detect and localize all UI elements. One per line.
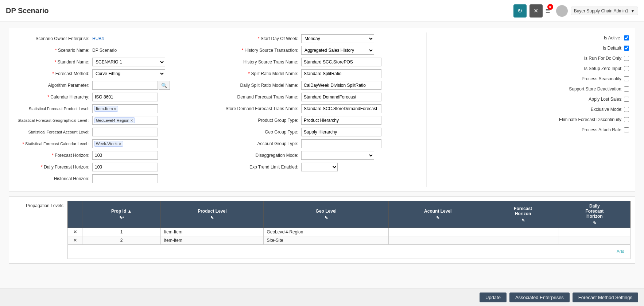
is-active-row: Is Active : xyxy=(432,34,629,42)
header: DP Scenario ↻ ✕ ≡ ★ Buyer Supply Chain A… xyxy=(0,0,644,22)
menu-icon[interactable]: ≡ ★ xyxy=(546,6,550,16)
account-group-type-input[interactable] xyxy=(301,139,381,148)
product-group-type-input[interactable] xyxy=(301,116,381,125)
user-avatar xyxy=(556,5,568,17)
stat-product-level-tag: Item-Item ✕ xyxy=(94,106,118,112)
geo-level-edit-icon[interactable]: ✎ xyxy=(325,216,328,220)
scenario-owner-row: Scenario Owner Enterprise: HUB4 xyxy=(12,34,215,43)
is-setup-zero-label: Is Setup Zero Input: xyxy=(584,66,622,71)
account-group-type-row: Account Group Type: xyxy=(221,139,423,148)
history-source-trans-select[interactable]: Aggregated Sales History xyxy=(301,46,374,55)
split-ratio-model-input[interactable] xyxy=(301,69,381,78)
exclusive-mode-label: Exclusive Mode: xyxy=(591,107,622,112)
start-day-select[interactable]: Monday xyxy=(301,34,374,43)
scenario-name-label: Scenario Name: xyxy=(12,48,92,53)
close-button[interactable]: ✕ xyxy=(529,4,543,18)
product-level-edit-icon[interactable]: ✎ xyxy=(210,216,214,220)
forecast-method-label: Forecast Method: xyxy=(12,71,92,76)
disaggregation-mode-select[interactable] xyxy=(301,151,374,160)
notification-badge: ★ xyxy=(547,4,553,10)
calendar-hierarchy-label: Calendar Hierarchy: xyxy=(12,94,92,100)
stat-geo-level-row: Statistical Forecast Geographical Level … xyxy=(12,116,215,125)
stat-product-level-taginput[interactable]: Item-Item ✕ xyxy=(92,104,158,113)
daily-split-ratio-label: Daily Split Ratio Model Name: xyxy=(221,83,301,88)
table-row: ✕ 1 Item-Item GeoLevel4-Region xyxy=(68,228,631,236)
stat-calendar-level-tag-remove[interactable]: ✕ xyxy=(119,142,121,146)
stat-geo-level-taginput[interactable]: GeoLevel4-Region ✕ xyxy=(92,116,158,125)
prop-id-edit-icon[interactable]: ✎* xyxy=(119,216,124,220)
add-row: Add xyxy=(68,245,631,259)
user-dropdown[interactable]: Buyer Supply Chain Admin1 ▼ xyxy=(571,7,638,15)
scenario-owner-label: Scenario Owner Enterprise: xyxy=(12,36,92,41)
daily-split-ratio-input[interactable] xyxy=(301,81,381,90)
form-panel: Scenario Owner Enterprise: HUB4 Scenario… xyxy=(9,28,635,192)
stat-product-level-label: Statistical Forecast Product Level: xyxy=(12,106,92,111)
is-setup-zero-checkbox[interactable] xyxy=(624,66,629,71)
product-group-type-label: Product Group Type: xyxy=(221,118,301,123)
history-source-trans-row: History Source Transaction: Aggregated S… xyxy=(221,46,423,55)
is-run-for-dc-checkbox[interactable] xyxy=(624,56,629,61)
exp-trend-limit-select[interactable] xyxy=(301,163,338,171)
forecast-horizon-edit-icon[interactable]: ✎ xyxy=(521,218,525,222)
apply-lost-sales-checkbox[interactable] xyxy=(624,97,629,102)
form-col-1: Scenario Owner Enterprise: HUB4 Scenario… xyxy=(9,32,218,187)
start-day-row: Start Day Of Week: Monday xyxy=(221,34,423,43)
store-demand-trans-label: Store Demand Forecast Trans Name: xyxy=(221,106,301,111)
daily-split-ratio-row: Daily Split Ratio Model Name: xyxy=(221,81,423,90)
store-demand-trans-row: Store Demand Forecast Trans Name: xyxy=(221,104,423,113)
table-row: ✕ 2 Item-Item Site-Site xyxy=(68,236,631,245)
forecast-method-row: Forecast Method: Curve Fitting xyxy=(12,69,215,78)
add-link[interactable]: Add xyxy=(71,247,627,256)
process-seasonality-row: Process Seasonality: xyxy=(432,75,629,83)
stat-geo-level-tag: GeoLevel4-Region ✕ xyxy=(94,117,135,123)
eliminate-forecast-checkbox[interactable] xyxy=(624,117,629,122)
daily-forecast-horizon-input[interactable] xyxy=(92,163,158,171)
forecast-horizon-input[interactable] xyxy=(92,151,158,160)
disaggregation-mode-row: Disaggregation Mode: xyxy=(221,151,423,160)
is-active-checkbox[interactable] xyxy=(624,35,629,40)
apply-lost-sales-row: Apply Lost Sales: xyxy=(432,95,629,103)
row2-product-level: Item-Item xyxy=(161,236,264,245)
header-actions: ↻ ✕ ≡ ★ Buyer Supply Chain Admin1 ▼ xyxy=(513,4,638,18)
exclusive-mode-checkbox[interactable] xyxy=(624,107,629,112)
is-run-for-dc-row: Is Run For Dc Only: xyxy=(432,54,629,62)
is-default-checkbox[interactable] xyxy=(624,46,629,51)
historical-horizon-input[interactable] xyxy=(92,174,158,183)
calendar-hierarchy-input[interactable] xyxy=(92,93,158,101)
refresh-button[interactable]: ↻ xyxy=(513,4,527,18)
stat-account-level-taginput[interactable] xyxy=(92,128,158,136)
disaggregation-mode-label: Disaggregation Mode: xyxy=(221,153,301,158)
stat-product-level-tag-remove[interactable]: ✕ xyxy=(113,107,116,111)
col-actions xyxy=(68,201,82,228)
process-attach-label: Process Attach Rate: xyxy=(582,127,622,132)
standard-name-select[interactable]: SCENARIO 1 xyxy=(92,58,165,66)
start-day-label: Start Day Of Week: xyxy=(221,36,301,41)
row1-delete-icon[interactable]: ✕ xyxy=(73,229,77,235)
daily-forecast-horizon-edit-icon[interactable]: ✎ xyxy=(593,221,596,225)
history-source-trans-name-input[interactable] xyxy=(301,58,381,66)
stat-geo-level-tag-remove[interactable]: ✕ xyxy=(130,119,133,123)
process-seasonality-checkbox[interactable] xyxy=(624,76,629,81)
account-level-edit-icon[interactable]: ✎ xyxy=(436,216,439,220)
scenario-owner-value[interactable]: HUB4 xyxy=(92,36,104,41)
row1-geo-level: GeoLevel4-Region xyxy=(264,228,389,236)
support-store-deact-checkbox[interactable] xyxy=(624,86,629,92)
process-attach-checkbox[interactable] xyxy=(624,127,629,132)
row2-delete-icon[interactable]: ✕ xyxy=(73,238,77,243)
propagation-section: Propagation Levels: Prop Id ▲ ✎* Product… xyxy=(9,196,635,264)
daily-forecast-horizon-label: Daily Forecast Horizon: xyxy=(12,164,92,170)
historical-horizon-label: Historical Horizon: xyxy=(12,176,92,181)
store-demand-trans-input[interactable] xyxy=(301,104,381,113)
is-default-row: Is Default: xyxy=(432,44,629,52)
stat-calendar-level-row: Statistical Forecast Calendar Level : We… xyxy=(12,139,215,148)
forecast-method-select[interactable]: Curve Fitting xyxy=(92,69,165,78)
algorithm-param-input[interactable] xyxy=(92,81,158,90)
row2-daily-forecast-horizon xyxy=(559,236,630,245)
algorithm-param-search-button[interactable]: 🔍 xyxy=(159,81,170,90)
history-source-trans-name-row: History Source Trans Name: xyxy=(221,57,423,67)
geo-group-type-input[interactable] xyxy=(301,128,381,136)
demand-forecast-trans-input[interactable] xyxy=(301,93,381,101)
stat-calendar-level-taginput[interactable]: Week-Week ✕ xyxy=(92,139,158,148)
stat-product-level-row: Statistical Forecast Product Level: Item… xyxy=(12,104,215,113)
page-title: DP Scenario xyxy=(6,7,49,15)
